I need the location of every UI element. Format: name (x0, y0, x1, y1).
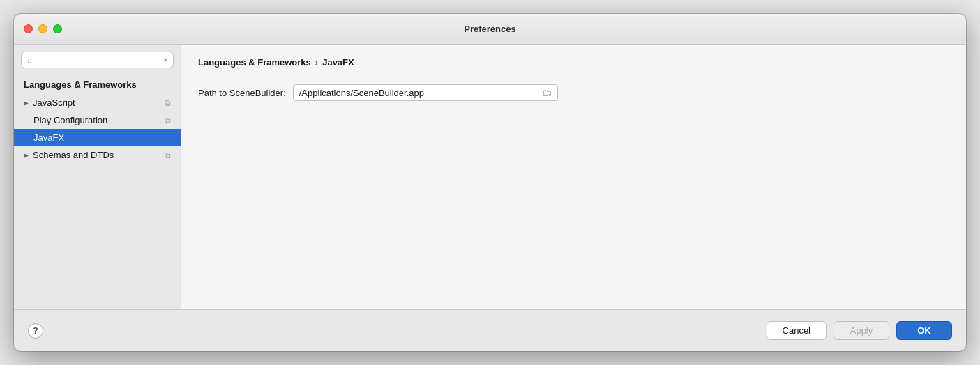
bottom-bar: ? Cancel Apply OK (14, 309, 966, 351)
breadcrumb-part2: JavaFX (322, 57, 354, 68)
sidebar-item-play-configuration[interactable]: Play Configuration ⧉ (14, 111, 181, 129)
expand-arrow-icon: ▶ (24, 152, 29, 159)
minimize-button[interactable] (38, 24, 47, 33)
sidebar-item-label: Schemas and DTDs (33, 150, 162, 160)
breadcrumb: Languages & Frameworks › JavaFX (198, 57, 949, 68)
bottom-right-buttons: Cancel Apply OK (767, 321, 952, 340)
right-panel: Languages & Frameworks › JavaFX Path to … (181, 45, 966, 309)
help-icon: ? (33, 326, 38, 336)
copy-icon: ⧉ (165, 150, 171, 160)
close-button[interactable] (24, 24, 33, 33)
traffic-lights (24, 24, 62, 33)
copy-icon: ⧉ (165, 116, 171, 125)
main-content: ⌕ ▾ Languages & Frameworks ▶ JavaScript … (14, 45, 966, 309)
sidebar-item-javafx[interactable]: JavaFX (14, 129, 181, 146)
sidebar-item-label: JavaFX (33, 132, 171, 143)
window-title: Preferences (464, 24, 515, 34)
search-input[interactable] (36, 55, 160, 65)
help-button[interactable]: ? (28, 323, 43, 339)
ok-button[interactable]: OK (896, 321, 952, 340)
scenebuilder-path-input[interactable] (299, 88, 538, 98)
sidebar-item-javascript[interactable]: ▶ JavaScript ⧉ (14, 94, 181, 111)
search-bar[interactable]: ⌕ ▾ (21, 52, 174, 68)
copy-icon: ⧉ (165, 98, 171, 108)
titlebar: Preferences (14, 14, 966, 45)
sidebar-item-schemas-dtds[interactable]: ▶ Schemas and DTDs ⧉ (14, 146, 181, 164)
preferences-window: Preferences ⌕ ▾ Languages & Frameworks ▶… (14, 14, 966, 351)
sidebar: ⌕ ▾ Languages & Frameworks ▶ JavaScript … (14, 45, 181, 309)
breadcrumb-part1: Languages & Frameworks (198, 57, 311, 68)
folder-browse-icon[interactable]: 🗂 (542, 87, 552, 98)
sidebar-section-header: Languages & Frameworks (14, 77, 181, 94)
sidebar-item-label: JavaScript (33, 98, 162, 108)
cancel-button[interactable]: Cancel (767, 321, 827, 340)
search-icon: ⌕ (27, 55, 32, 65)
search-chevron-icon: ▾ (164, 56, 167, 63)
path-input-container[interactable]: 🗂 (293, 84, 558, 101)
expand-arrow-icon: ▶ (24, 100, 29, 107)
path-row: Path to SceneBuilder: 🗂 (198, 84, 949, 101)
maximize-button[interactable] (53, 24, 62, 33)
breadcrumb-separator: › (315, 57, 318, 68)
apply-button[interactable]: Apply (834, 321, 889, 340)
path-label: Path to SceneBuilder: (198, 88, 286, 98)
sidebar-item-label: Play Configuration (33, 115, 162, 125)
